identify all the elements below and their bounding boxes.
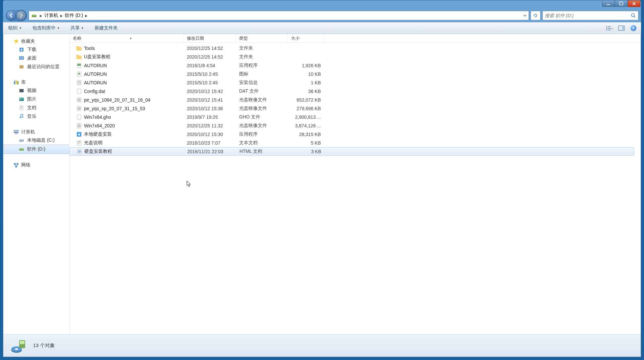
sidebar-item-pictures[interactable]: 图片 [3,95,69,104]
folder-icon [76,45,82,51]
svg-rect-39 [76,56,82,59]
svg-point-52 [79,108,79,109]
file-row[interactable]: 本地硬盘安装2020/10/12 15:30应用程序28,315 KB [69,130,634,139]
minimize-icon [606,2,610,6]
file-row[interactable]: Tools2020/12/25 14:52文件夹 [69,44,634,53]
network-icon [13,162,19,168]
svg-rect-32 [19,139,24,140]
file-date: 2019/9/7 19:25 [184,114,236,120]
svg-rect-41 [77,64,81,66]
sidebar-item-music[interactable]: 音乐 [3,112,69,121]
minimize-button[interactable] [602,0,615,7]
sidebar-head-favorites[interactable]: 收藏夹 [3,37,69,45]
file-date: 2015/5/10 2:45 [184,71,236,77]
forward-button[interactable] [16,11,26,21]
file-size: 36 KB [288,89,324,94]
sidebar-head-computer[interactable]: 计算机 [3,128,69,136]
svg-rect-17 [14,81,15,84]
organize-menu[interactable]: 组织 ▼ [6,24,24,32]
file-size: 2,900,813 ... [288,114,324,120]
file-row[interactable]: Win7x64_20202020/12/25 11:32光盘映像文件3,874,… [69,121,634,130]
file-size: 10 KB [288,71,324,77]
address-history-dropdown[interactable] [522,12,528,20]
sidebar-item-label: 图片 [27,96,36,102]
file-row[interactable]: 光盘说明2016/10/23 7:07文本文档5 KB [69,139,634,147]
sidebar-item-videos[interactable]: 视频 [3,86,69,95]
svg-point-27 [22,116,23,118]
file-type: 应用程序 [236,63,288,68]
share-menu[interactable]: 共享 ▼ [68,24,86,32]
search-input[interactable] [545,13,631,18]
file-type: 光盘映像文件 [236,97,288,103]
file-row[interactable]: Win7x64.gho2019/9/7 19:25GHO 文件2,900,813… [69,113,634,121]
sidebar-item-downloads[interactable]: 下载 [3,45,69,54]
file-date: 2020/12/25 14:52 [184,54,236,60]
file-name: Win7x64_2020 [84,123,115,128]
file-name-cell: 硬盘安装教程 [70,149,184,155]
navigation-sidebar[interactable]: 收藏夹 下载 桌面 最近访问的位置 库 [3,34,69,334]
computer-icon [13,129,19,135]
crumb-separator-icon: ▶ [39,14,43,18]
file-date: 2020/12/25 11:32 [184,123,236,128]
libraries-label: 库 [21,79,26,85]
close-button[interactable] [628,0,640,7]
file-type: 安装信息 [236,80,288,86]
svg-rect-7 [606,28,607,29]
file-row[interactable]: AUTORUN2015/5/10 2:45安装信息1 KB [69,78,634,87]
nav-row: ▶ 计算机 ▶ 软件 (D:) ▶ [3,9,641,22]
crumb-drive[interactable]: 软件 (D:) [64,12,84,20]
help-button[interactable]: ? [629,24,638,32]
crumb-computer[interactable]: 计算机 [43,12,60,20]
include-in-library-menu[interactable]: 包含到库中 ▼ [30,24,62,32]
svg-rect-34 [19,148,24,149]
toolbar-right: ? [605,24,638,32]
preview-pane-button[interactable] [617,24,626,32]
sidebar-head-network[interactable]: 网络 [3,161,69,169]
new-folder-button[interactable]: 新建文件夹 [93,24,120,32]
column-date[interactable]: 修改日期 [184,34,236,42]
back-button[interactable] [6,11,16,21]
svg-rect-22 [23,89,24,92]
file-type: 光盘映像文件 [236,123,288,129]
file-row[interactable]: Config.dat2020/10/12 15:42DAT 文件36 KB [69,87,634,96]
svg-rect-19 [17,81,19,84]
view-options-button[interactable] [605,24,614,32]
refresh-button[interactable] [531,11,540,20]
chevron-down-icon: ▼ [57,26,60,30]
svg-rect-25 [20,106,23,110]
file-row[interactable]: AUTORUN2016/1/8 4:54应用程序1,926 KB [69,61,634,70]
file-row[interactable]: U盘安装教程2020/12/25 14:52文件夹 [69,53,634,61]
column-name[interactable]: 名称 ▲ [69,34,184,42]
svg-rect-8 [608,28,611,29]
address-bar[interactable]: ▶ 计算机 ▶ 软件 (D:) ▶ [29,11,529,20]
column-type[interactable]: 类型 [236,34,288,42]
file-row[interactable]: AUTORUN2015/5/10 2:45图标10 KB [69,70,634,78]
txt-icon [76,140,82,146]
sidebar-item-recent[interactable]: 最近访问的位置 [3,63,69,71]
sidebar-item-label: 下载 [27,47,36,53]
search-box[interactable] [542,11,638,20]
svg-rect-53 [77,115,81,119]
sidebar-item-drive-c[interactable]: 本地磁盘 (C:) [3,136,69,145]
status-text: 13 个对象 [33,342,55,349]
maximize-button[interactable] [615,0,627,7]
sidebar-item-desktop[interactable]: 桌面 [3,54,69,63]
file-row[interactable]: pe_yqs_1064_20_07_31_16_042020/10/12 15:… [69,96,634,104]
svg-rect-15 [20,57,23,59]
sidebar-head-libraries[interactable]: 库 [3,78,69,86]
svg-rect-30 [15,133,17,134]
close-icon [632,2,636,6]
sidebar-item-documents[interactable]: 文档 [3,104,69,112]
column-size[interactable]: 大小 [288,34,324,42]
file-name: 硬盘安装教程 [84,149,112,155]
file-list[interactable]: Tools2020/12/25 14:52文件夹U盘安装教程2020/12/25… [69,43,641,334]
file-row[interactable]: pe_yqs_xp_20_07_31_15_532020/10/12 15:36… [69,104,634,113]
file-name-cell: Win7x64_2020 [69,123,184,129]
crumb-root[interactable] [30,12,39,20]
file-row[interactable]: 硬盘安装教程2016/11/21 22:03HTML 文档3 KB [69,147,634,156]
video-icon [19,88,24,94]
body: 收藏夹 下载 桌面 最近访问的位置 库 [3,34,641,334]
sidebar-item-drive-d[interactable]: 软件 (D:) [3,145,69,154]
sidebar-item-label: 软件 (D:) [27,146,45,152]
toolbar: 组织 ▼ 包含到库中 ▼ 共享 ▼ 新建文件夹 [3,22,641,34]
